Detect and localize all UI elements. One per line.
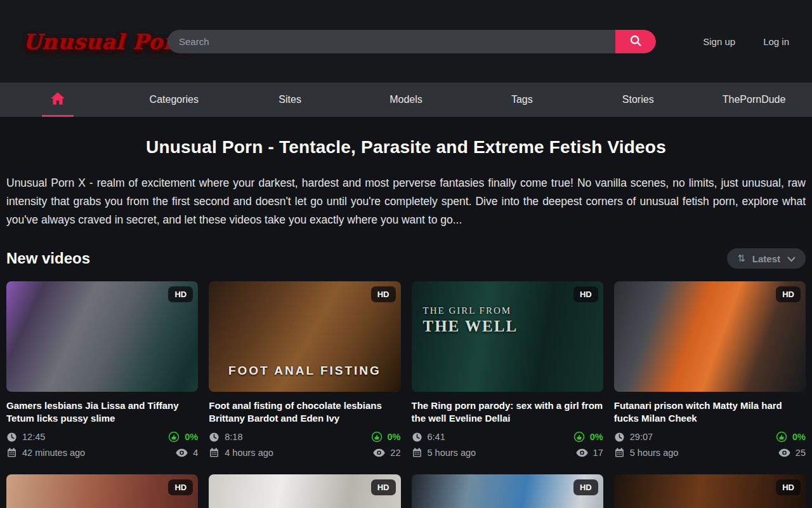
section-bar: New videos ⇅ Latest [6,248,806,269]
video-thumbnail[interactable]: HD FOOT ANAL FISTING [209,281,400,392]
nav-item-tags[interactable]: Tags [464,83,580,117]
section-heading: New videos [6,250,90,267]
video-duration: 29:07 [614,432,653,443]
nav-item-home[interactable] [0,83,116,117]
search-button[interactable] [615,30,656,53]
video-card[interactable]: HD [6,474,198,508]
video-card[interactable]: HD Gamers lesbians Jia Lissa and Tiffany… [6,281,198,458]
video-duration: 6:41 [412,432,445,443]
video-card[interactable]: HD THE GIRL FROM THE WELL The Ring porn … [412,281,603,458]
video-rating: 0% [168,431,198,443]
video-grid-row1: HD Gamers lesbians Jia Lissa and Tiffany… [6,281,806,458]
hd-badge: HD [573,286,598,302]
search-bar [167,30,656,53]
nav-label: Sites [278,94,301,105]
nav-item-stories[interactable]: Stories [580,83,696,117]
video-thumbnail[interactable]: HD [6,474,198,508]
video-thumbnail[interactable]: HD [6,281,198,392]
video-card[interactable]: HD [614,474,806,508]
hd-badge: HD [573,479,598,495]
video-age: 4 hours ago [209,447,273,458]
video-card[interactable]: HD Futanari prison witch Matty Mila hard… [614,281,806,458]
main-content: Unusual Porn - Tentacle, Parasite and Ex… [0,137,812,508]
video-duration: 8:18 [209,432,242,443]
video-title[interactable]: The Ring porn parody: sex with a girl fr… [412,399,603,425]
video-card[interactable]: HD [412,474,603,508]
video-title[interactable]: Foot anal fisting of chocolate lesbians … [209,399,400,425]
nav-label: Categories [150,94,199,105]
video-thumbnail[interactable]: HD [209,474,400,508]
video-title[interactable]: Gamers lesbians Jia Lissa and Tiffany Te… [6,399,198,425]
video-card[interactable]: HD [209,474,400,508]
video-rating: 0% [573,431,603,443]
hd-badge: HD [168,479,193,495]
page-description: Unusual Porn X - realm of excitement whe… [6,174,806,229]
sort-arrows-icon: ⇅ [737,253,745,264]
nav-label: Models [390,94,422,105]
nav-item-theporndude[interactable]: ThePornDude [696,83,812,117]
thumbnail-overlay-text: THE GIRL FROM THE WELL [423,305,518,335]
thumbnail-overlay-text: FOOT ANAL FISTING [209,364,400,378]
hd-badge: HD [371,479,396,495]
hd-badge: HD [776,479,801,495]
nav-label: Stories [622,94,654,105]
login-link[interactable]: Log in [763,36,789,47]
search-icon [629,34,643,50]
active-tab-underline [42,115,74,117]
video-views: 25 [778,448,806,458]
header: Unusual Porn Sign up Log in [0,0,812,83]
home-icon [49,90,66,109]
hd-badge: HD [168,286,193,302]
main-nav: Categories Sites Models Tags Stories The… [0,83,812,117]
video-title[interactable]: Futanari prison witch Matty Mila hard fu… [614,399,806,425]
video-thumbnail[interactable]: HD [412,474,603,508]
video-thumbnail[interactable]: HD [614,281,806,392]
page-title: Unusual Porn - Tentacle, Parasite and Ex… [6,137,806,157]
search-input[interactable] [167,30,627,53]
video-views: 22 [373,448,400,458]
nav-label: ThePornDude [723,94,786,105]
video-rating: 0% [776,431,806,443]
sort-dropdown[interactable]: ⇅ Latest [727,248,806,269]
nav-label: Tags [511,94,533,105]
video-views: 17 [576,448,603,458]
video-thumbnail[interactable]: HD THE GIRL FROM THE WELL [412,281,603,392]
sort-selected-label: Latest [752,253,780,264]
video-age: 5 hours ago [412,447,476,458]
nav-item-sites[interactable]: Sites [232,83,348,117]
nav-item-models[interactable]: Models [348,83,464,117]
video-duration: 12:45 [6,432,45,443]
video-rating: 0% [371,431,401,443]
chevron-down-icon [787,253,796,264]
nav-item-categories[interactable]: Categories [116,83,232,117]
signup-link[interactable]: Sign up [703,36,735,47]
video-age: 5 hours ago [614,447,679,458]
hd-badge: HD [371,286,396,302]
video-grid-row2: HD HD HD HD [6,474,806,508]
site-logo[interactable]: Unusual Porn [23,29,150,54]
video-thumbnail[interactable]: HD [614,474,806,508]
video-age: 42 minutes ago [6,447,85,458]
video-card[interactable]: HD FOOT ANAL FISTING Foot anal fisting o… [209,281,400,458]
hd-badge: HD [776,286,801,302]
video-views: 4 [176,448,198,458]
